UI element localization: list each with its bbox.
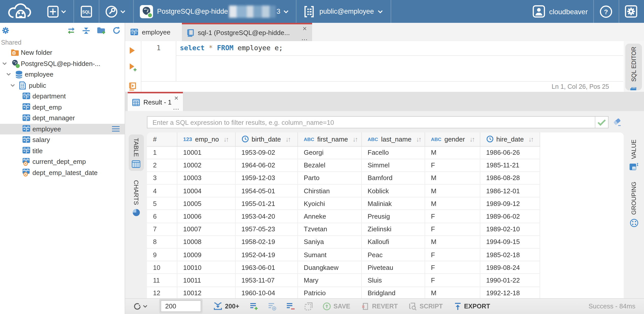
copy-result-icon[interactable] — [305, 302, 313, 310]
sync-connection-icon[interactable] — [67, 27, 75, 34]
close-tab-icon[interactable]: × — [303, 26, 307, 31]
tree-item-new-folder[interactable]: New folder — [0, 47, 125, 58]
sort-icon[interactable]: ↓↑ — [286, 135, 290, 143]
schema-chevron-icon[interactable] — [377, 9, 383, 13]
connection-search-chevron-icon[interactable] — [120, 9, 126, 13]
tree-item-dept-emp-latest-date[interactable]: dept_emp_latest_date — [0, 167, 125, 178]
table-row[interactable]: 7100071957-05-23TzvetanZielinskiF1989-02… — [147, 223, 546, 235]
table-row[interactable]: 12100121960-10-04PatricioBridglandM1992-… — [147, 287, 546, 298]
tab-result-1[interactable]: Result - 1 × … — [128, 92, 183, 111]
tab-menu-icon[interactable]: … — [301, 36, 308, 39]
save-icon[interactable] — [323, 302, 331, 310]
tree-item-employee[interactable]: employee — [0, 124, 125, 134]
refresh-tree-icon[interactable] — [112, 26, 121, 34]
sql-editor-side-tab[interactable]: SQL EDITOR — [625, 44, 642, 90]
export-icon[interactable] — [454, 302, 462, 310]
top-navbar: SQL PostgreSQL@ep-hidde 3 public@employe… — [0, 0, 644, 23]
result-menu-icon[interactable]: … — [173, 106, 180, 108]
query-status: Success - 84ms — [589, 303, 635, 310]
new-folder-icon[interactable] — [97, 26, 106, 34]
tab-grouping-panel[interactable]: GROUPING — [626, 178, 642, 230]
tab-sql-1[interactable]: sql-1 (PostgreSQL@ep-hidde... × … — [182, 23, 312, 41]
table-row[interactable]: 4100041954-05-01ChirstianKoblickM1986-12… — [147, 184, 546, 197]
tree-item-salary[interactable]: salary — [0, 134, 125, 145]
help-button[interactable]: ? — [599, 5, 613, 18]
new-connection-button[interactable] — [47, 5, 59, 18]
script-preview-icon[interactable] — [409, 302, 417, 310]
close-result-icon[interactable]: × — [174, 95, 178, 100]
connection-suffix[interactable]: 3 — [277, 8, 280, 15]
delete-row-icon[interactable] — [286, 302, 295, 310]
expand-chevron-icon[interactable] — [10, 84, 15, 87]
tree-item-employee[interactable]: employee — [0, 69, 125, 80]
schema-selector-icon[interactable] — [303, 5, 315, 18]
tree-item-department[interactable]: department — [0, 91, 125, 102]
database-icon — [15, 71, 23, 79]
tree-item-dept-emp[interactable]: dept_emp — [0, 102, 125, 113]
tree-item-menu-icon[interactable] — [112, 126, 120, 132]
tab-charts-view[interactable]: CHARTS — [128, 177, 144, 220]
new-connection-chevron-icon[interactable] — [61, 9, 66, 13]
refresh-result-icon[interactable] — [133, 302, 141, 310]
result-toolbar: 200+ SAVE REVERT SCRIPT EXPORT Success -… — [125, 298, 644, 314]
connection-chevron-icon[interactable] — [283, 9, 289, 13]
table-row[interactable]: 9100091952-04-19SumantPeacF1985-02-18 — [147, 248, 546, 261]
table-row[interactable]: 6100061953-04-20AnnekePreusigF1989-06-02 — [147, 210, 546, 223]
schema-selector[interactable]: public@employee — [319, 8, 374, 15]
connection-name-redacted — [229, 5, 276, 18]
row-limit-input[interactable] — [161, 301, 201, 312]
filter-input[interactable] — [147, 118, 595, 126]
script-button[interactable]: SCRIPT — [420, 303, 443, 310]
expand-chevron-icon[interactable] — [6, 73, 11, 76]
value-panel-icon — [629, 163, 638, 171]
sort-icon[interactable]: ↓↑ — [528, 135, 533, 143]
expand-chevron-icon[interactable] — [2, 62, 7, 65]
postgres-connection-icon[interactable] — [140, 5, 153, 18]
user-name[interactable]: cloudbeaver — [549, 7, 588, 15]
table-row[interactable]: 11100111953-11-07MarySluisF1990-01-22 — [147, 274, 546, 287]
navigator-settings-icon[interactable] — [2, 26, 10, 34]
tree-item-title[interactable]: title — [0, 145, 125, 156]
execute-query-icon[interactable] — [129, 47, 136, 54]
clear-filter-icon[interactable] — [613, 118, 622, 126]
result-grid-icon — [132, 99, 140, 106]
connection-selector[interactable]: PostgreSQL@ep-hidde — [157, 8, 228, 15]
execute-new-tab-icon[interactable] — [129, 63, 137, 72]
table-row[interactable]: 3100031959-12-03PartoBamfordM1986-08-28 — [147, 172, 546, 184]
connection-search-button[interactable] — [105, 5, 118, 18]
tab-table-view[interactable]: TABLE — [128, 134, 144, 171]
sort-icon[interactable]: ↓↑ — [416, 135, 421, 143]
duplicate-row-icon[interactable] — [268, 302, 277, 310]
fetch-more-icon[interactable] — [213, 302, 222, 310]
sort-icon[interactable]: ↓↑ — [353, 135, 357, 143]
tree-item-public[interactable]: public — [0, 80, 125, 91]
table-row[interactable]: 8100081958-02-19SaniyaKalloufiM1994-09-1… — [147, 236, 546, 248]
export-button[interactable]: EXPORT — [464, 303, 490, 310]
sort-icon[interactable]: ↓↑ — [223, 135, 228, 143]
table-view-icon — [132, 160, 140, 168]
table-row[interactable]: 5100051955-01-21KyoichiMaliniakM1989-09-… — [147, 197, 546, 210]
settings-button[interactable] — [625, 5, 637, 18]
table-row[interactable]: 10100101963-06-01DuangkaewPiveteauF1989-… — [147, 261, 546, 274]
tree-item-current-dept-emp[interactable]: current_dept_emp — [0, 156, 125, 167]
sort-icon[interactable]: ↓↑ — [469, 135, 474, 143]
execute-script-icon[interactable] — [129, 82, 136, 91]
collapse-tree-icon[interactable] — [82, 27, 90, 34]
save-button[interactable]: SAVE — [333, 303, 350, 310]
table-row[interactable]: 2100021964-06-02BezalelSimmelF1985-11-21 — [147, 159, 546, 171]
result-grid-panel: #123emp_no↓↑birth_date↓↑ABCfirst_name↓↑A… — [147, 132, 624, 298]
revert-icon[interactable] — [362, 302, 370, 310]
user-avatar-icon[interactable] — [532, 5, 545, 18]
apply-filter-button[interactable] — [595, 117, 608, 128]
sql-editor-button[interactable]: SQL — [81, 5, 92, 18]
tab-value-panel[interactable]: VALUE — [626, 136, 642, 174]
fetch-more-button[interactable]: 200+ — [225, 303, 239, 310]
data-grid[interactable]: #123emp_no↓↑birth_date↓↑ABCfirst_name↓↑A… — [147, 132, 546, 298]
tree-item-dept-manager[interactable]: dept_manager — [0, 113, 125, 124]
table-row[interactable]: 1100011953-09-02GeorgiFacelloM1986-06-26 — [147, 146, 546, 159]
tree-item-postgresql-ep-hidden-[interactable]: PostgreSQL@ep-hidden-... — [0, 58, 125, 69]
refresh-chevron-icon[interactable] — [143, 305, 147, 308]
add-row-icon[interactable] — [250, 302, 258, 310]
revert-button[interactable]: REVERT — [372, 303, 398, 310]
tab-employee[interactable]: employee — [125, 23, 176, 41]
